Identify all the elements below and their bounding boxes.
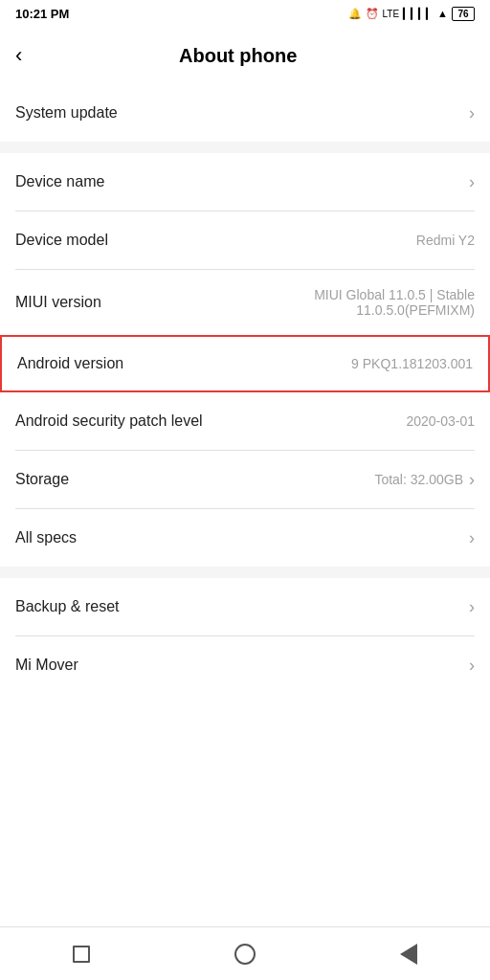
item-value-android-version: 9 PKQ1.181203.001 xyxy=(351,356,473,371)
item-right-storage: Total: 32.00GB› xyxy=(374,470,475,490)
chevron-icon-backup-reset: › xyxy=(469,597,475,617)
item-label-backup-reset: Backup & reset xyxy=(15,598,120,615)
item-right-all-specs: › xyxy=(469,528,475,548)
back-nav-button[interactable] xyxy=(380,935,437,973)
item-right-device-name: › xyxy=(469,172,475,192)
item-right-android-version: 9 PKQ1.181203.001 xyxy=(351,356,473,371)
sim-icon: LTE xyxy=(383,9,400,19)
item-label-storage: Storage xyxy=(15,471,69,488)
content: System update›Device name›Device modelRe… xyxy=(0,84,490,980)
back-nav-icon xyxy=(400,944,417,965)
list-item-android-version: Android version9 PKQ1.181203.001 xyxy=(0,335,490,392)
list-item-device-model: Device modelRedmi Y2 xyxy=(0,212,490,269)
item-value-storage: Total: 32.00GB xyxy=(374,472,463,487)
back-button[interactable]: ‹ xyxy=(15,43,22,68)
home-button[interactable] xyxy=(216,935,274,973)
list-item-device-name[interactable]: Device name› xyxy=(0,153,490,211)
chevron-icon-all-specs: › xyxy=(469,528,475,548)
item-right-device-model: Redmi Y2 xyxy=(416,233,475,248)
list-item-storage[interactable]: StorageTotal: 32.00GB› xyxy=(0,451,490,508)
item-right-android-security: 2020-03-01 xyxy=(406,413,475,429)
item-right-mi-mover: › xyxy=(469,656,475,676)
recents-button[interactable] xyxy=(53,935,110,973)
section-gap xyxy=(0,142,490,153)
chevron-icon-mi-mover: › xyxy=(469,656,475,676)
status-time: 10:21 PM xyxy=(15,7,69,21)
page-title: About phone xyxy=(37,45,438,67)
item-value-device-model: Redmi Y2 xyxy=(416,233,475,248)
chevron-icon-storage: › xyxy=(469,470,475,490)
header: ‹ About phone xyxy=(0,27,490,84)
alarm-icon: 🔔 xyxy=(348,8,362,20)
item-label-mi-mover: Mi Mover xyxy=(15,657,78,674)
chevron-icon-device-name: › xyxy=(469,172,475,192)
list-item-all-specs[interactable]: All specs› xyxy=(0,509,490,567)
bottom-nav xyxy=(0,926,490,980)
chevron-icon-system-update: › xyxy=(469,103,475,123)
battery-indicator: 76 xyxy=(452,7,475,21)
item-label-all-specs: All specs xyxy=(15,529,77,546)
signal-icon: ▎▎▎▎ xyxy=(403,8,434,20)
list-item-android-security: Android security patch level2020-03-01 xyxy=(0,392,490,450)
status-bar: 10:21 PM 🔔 ⏰ LTE ▎▎▎▎ ▲ 76 xyxy=(0,0,490,27)
item-label-system-update: System update xyxy=(15,104,118,122)
item-right-miui-version: MIUI Global 11.0.5 | Stable 11.0.5.0(PEF… xyxy=(264,287,475,318)
list-item-mi-mover[interactable]: Mi Mover› xyxy=(0,636,490,694)
recents-icon xyxy=(73,946,90,963)
item-right-system-update: › xyxy=(469,103,475,123)
item-value-android-security: 2020-03-01 xyxy=(406,413,475,429)
clock-icon: ⏰ xyxy=(366,8,379,20)
item-label-android-security: Android security patch level xyxy=(15,412,203,430)
item-value-miui-version: MIUI Global 11.0.5 | Stable 11.0.5.0(PEF… xyxy=(264,287,475,318)
list-item-backup-reset[interactable]: Backup & reset› xyxy=(0,578,490,635)
item-label-device-name: Device name xyxy=(15,173,104,190)
item-label-miui-version: MIUI version xyxy=(15,294,101,311)
item-right-backup-reset: › xyxy=(469,597,475,617)
section-gap xyxy=(0,567,490,578)
list-item-system-update[interactable]: System update› xyxy=(0,84,490,142)
item-label-device-model: Device model xyxy=(15,232,108,249)
home-icon xyxy=(234,944,256,965)
list-item-miui-version: MIUI versionMIUI Global 11.0.5 | Stable … xyxy=(0,270,490,335)
status-icons: 🔔 ⏰ LTE ▎▎▎▎ ▲ 76 xyxy=(348,7,476,21)
wifi-icon: ▲ xyxy=(437,8,448,19)
item-label-android-version: Android version xyxy=(17,355,123,372)
